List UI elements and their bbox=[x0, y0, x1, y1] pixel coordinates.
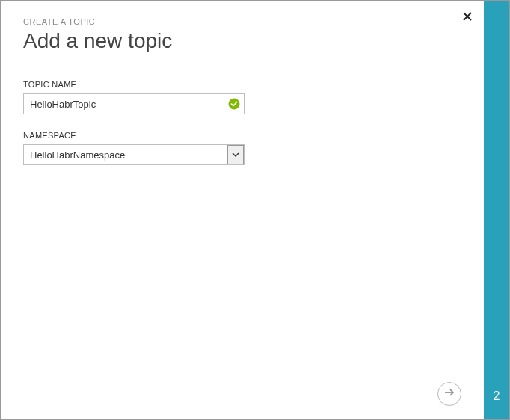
namespace-label: NAMESPACE bbox=[23, 131, 461, 140]
topic-name-input[interactable] bbox=[23, 93, 245, 114]
close-icon bbox=[463, 10, 472, 23]
step-panel: 2 bbox=[484, 1, 509, 419]
main-panel: CREATE A TOPIC Add a new topic TOPIC NAM… bbox=[1, 1, 484, 419]
checkmark-icon bbox=[228, 98, 240, 110]
wizard-container: CREATE A TOPIC Add a new topic TOPIC NAM… bbox=[0, 0, 510, 420]
topic-name-group: TOPIC NAME bbox=[23, 80, 461, 114]
namespace-select-wrap: HelloHabrNamespace bbox=[23, 144, 245, 165]
namespace-group: NAMESPACE HelloHabrNamespace bbox=[23, 131, 461, 165]
next-button[interactable] bbox=[437, 382, 461, 406]
topic-name-input-wrap bbox=[23, 93, 245, 114]
footer bbox=[23, 382, 461, 406]
arrow-right-icon bbox=[443, 386, 455, 401]
topic-name-label: TOPIC NAME bbox=[23, 80, 461, 89]
step-number: 2 bbox=[494, 389, 500, 403]
breadcrumb: CREATE A TOPIC bbox=[23, 17, 461, 26]
svg-point-2 bbox=[229, 99, 240, 110]
page-title: Add a new topic bbox=[23, 29, 461, 53]
close-button[interactable] bbox=[463, 11, 472, 23]
namespace-select[interactable]: HelloHabrNamespace bbox=[23, 144, 245, 165]
